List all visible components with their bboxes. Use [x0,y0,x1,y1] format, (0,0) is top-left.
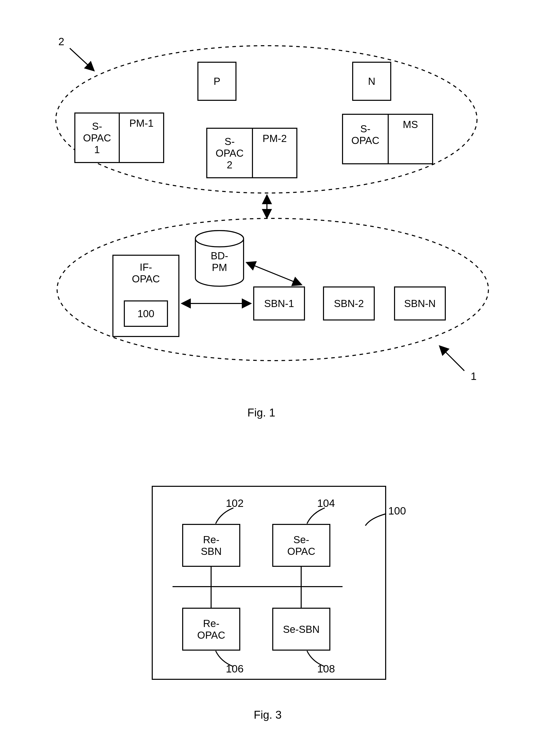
label-pair1-right: PM-1 [119,113,164,133]
caption-fig1: Fig. 1 [248,406,275,419]
label-pair3-left: S- OPAC [342,114,388,155]
label-pair1-left: S- OPAC 1 [75,113,119,163]
svg-point-1 [195,231,244,247]
label-se-opac: Se- OPAC [273,524,330,566]
label-pair3-right: MS [388,114,433,135]
ref-106: 106 [226,663,244,675]
ref-102: 102 [226,497,244,509]
ref-104: 104 [317,497,335,509]
label-sbnN: SBN-N [394,287,445,320]
label-re-sbn: Re- SBN [183,524,240,566]
caption-fig3: Fig. 3 [254,709,281,721]
arrow-bdpm-sbn [248,263,301,284]
ref-100-outer: 100 [388,505,406,517]
page: 2 1 P N S- OPAC 1 PM-1 S- OPAC 2 PM-2 S-… [0,0,545,756]
label-re-opac: Re- OPAC [183,608,240,650]
label-sbn1: SBN-1 [254,287,304,320]
label-bdpm: BD- PM [195,248,244,276]
pointer-1 [440,347,464,371]
label-sbn2: SBN-2 [323,287,374,320]
label-ifopac: IF- OPAC [113,259,179,287]
ref-2: 2 [58,36,64,48]
label-pair2-right: PM-2 [253,128,297,149]
label-n: N [353,62,391,100]
label-ifopac-inner: 100 [124,301,168,326]
ref-1: 1 [471,370,476,382]
label-pair2-left: S- OPAC 2 [207,128,253,178]
ref-108: 108 [317,663,335,675]
label-se-sbn: Se-SBN [273,608,330,650]
label-p: P [198,62,236,100]
pointer-2 [70,48,93,70]
